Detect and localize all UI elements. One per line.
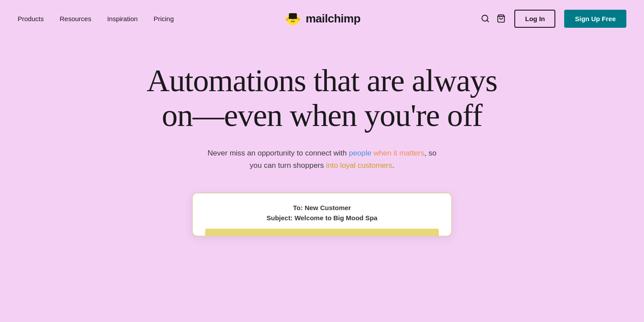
email-subject-label: Subject: — [266, 214, 292, 222]
cart-button[interactable] — [497, 14, 505, 23]
nav-products[interactable]: Products — [18, 15, 44, 22]
highlight-people: people — [349, 149, 371, 157]
site-logo[interactable]: mailchimp — [284, 9, 360, 28]
hero-section: Automations that are always on—even when… — [0, 37, 644, 254]
svg-rect-7 — [288, 18, 298, 19]
svg-point-11 — [298, 18, 300, 21]
email-subject-value: Welcome to Big Mood Spa — [295, 214, 378, 222]
svg-line-13 — [487, 20, 489, 22]
login-button[interactable]: Log In — [514, 10, 555, 28]
nav-pricing[interactable]: Pricing — [154, 15, 174, 22]
signup-button[interactable]: Sign Up Free — [564, 10, 626, 28]
hero-subtitle: Never miss an opportunity to connect wit… — [203, 147, 441, 171]
svg-point-5 — [292, 19, 294, 21]
nav-left: Products Resources Inspiration Pricing — [18, 15, 174, 22]
nav-resources[interactable]: Resources — [60, 15, 91, 22]
email-to-field: To: New Customer — [205, 204, 439, 211]
svg-point-10 — [286, 18, 288, 21]
nav-right: Log In Sign Up Free — [481, 10, 626, 28]
search-icon — [481, 14, 490, 23]
nav-icons — [481, 14, 505, 23]
email-subject-field: Subject: Welcome to Big Mood Spa — [205, 214, 439, 222]
search-button[interactable] — [481, 14, 490, 23]
navbar: Products Resources Inspiration Pricing — [0, 0, 644, 37]
highlight-loyal: into loyal customers — [326, 161, 392, 170]
nav-inspiration[interactable]: Inspiration — [107, 15, 138, 22]
email-card-wrapper: To: New Customer Subject: Welcome to Big… — [9, 192, 635, 237]
svg-rect-6 — [289, 13, 297, 18]
email-body-preview-bar — [205, 229, 439, 236]
logo-text: mailchimp — [306, 12, 360, 26]
email-to-value: New Customer — [305, 204, 351, 211]
highlight-when: when it matters — [374, 149, 424, 157]
cart-icon — [497, 14, 505, 23]
hero-title: Automations that are always on—even when… — [146, 63, 498, 133]
email-to-label: To: — [293, 204, 303, 211]
email-preview-card: To: New Customer Subject: Welcome to Big… — [192, 192, 452, 237]
mailchimp-logo-icon — [284, 9, 302, 28]
